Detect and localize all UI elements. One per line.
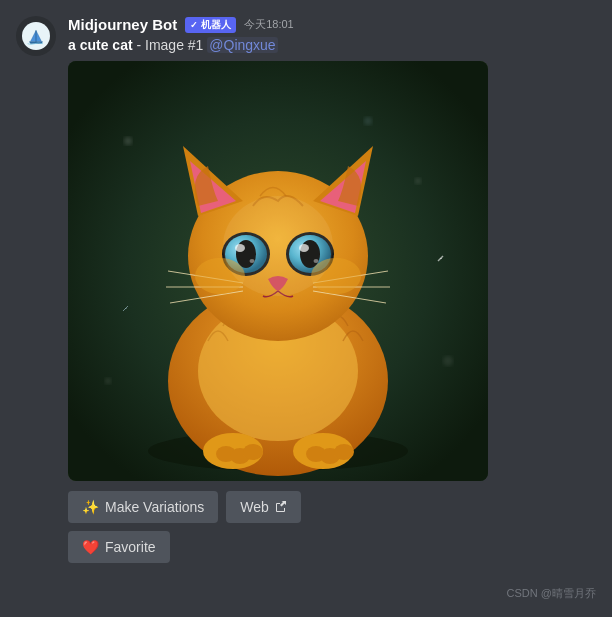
mention: @Qingxue	[207, 37, 277, 53]
avatar	[16, 16, 56, 56]
make-variations-icon: ✨	[82, 499, 99, 515]
buttons-row-2: ❤️ Favorite	[68, 531, 596, 563]
svg-point-7	[364, 117, 372, 125]
make-variations-button[interactable]: ✨ Make Variations	[68, 491, 218, 523]
buttons-row-1: ✨ Make Variations Web	[68, 491, 596, 523]
bot-badge: 机器人	[185, 17, 236, 33]
make-variations-label: Make Variations	[105, 499, 204, 515]
favorite-label: Favorite	[105, 539, 156, 555]
favorite-icon: ❤️	[82, 539, 99, 555]
svg-point-18	[334, 444, 354, 460]
message-header: Midjourney Bot 机器人 今天18:01	[68, 16, 596, 33]
web-label: Web	[240, 499, 269, 515]
timestamp: 今天18:01	[244, 17, 294, 32]
prompt-text: a cute cat	[68, 37, 133, 53]
external-link-icon	[275, 499, 287, 515]
svg-point-5	[443, 356, 453, 366]
username: Midjourney Bot	[68, 16, 177, 33]
bottom-area: ✨ Make Variations Web ❤️ Favorite	[68, 491, 596, 563]
image-number: - Image #1	[133, 37, 208, 53]
svg-point-14	[243, 444, 263, 460]
svg-point-6	[105, 378, 111, 384]
web-button[interactable]: Web	[226, 491, 301, 523]
svg-point-3	[124, 137, 132, 145]
favorite-button[interactable]: ❤️ Favorite	[68, 531, 170, 563]
image-container	[68, 61, 488, 481]
svg-point-4	[415, 178, 421, 184]
csdn-watermark: CSDN @晴雪月乔	[507, 586, 596, 601]
svg-point-43	[223, 196, 333, 296]
message-content: Midjourney Bot 机器人 今天18:01 a cute cat - …	[68, 16, 596, 571]
message-text: a cute cat - Image #1 @Qingxue	[68, 37, 596, 53]
message-container: Midjourney Bot 机器人 今天18:01 a cute cat - …	[0, 0, 612, 571]
cat-image	[68, 61, 488, 481]
